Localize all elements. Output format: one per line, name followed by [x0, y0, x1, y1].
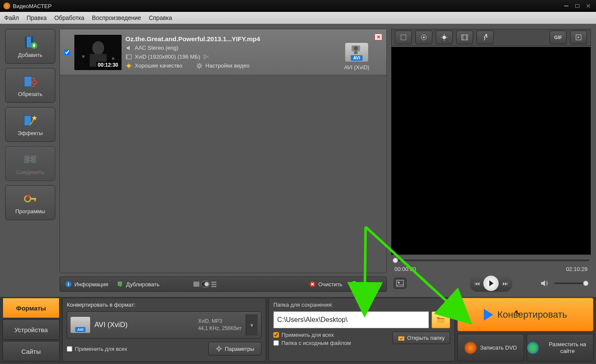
chevron-down-icon[interactable]: ▾ [246, 314, 258, 336]
x-circle-icon [309, 281, 316, 288]
tab-devices[interactable]: Устройства [3, 319, 60, 340]
sidebar-effects-button[interactable]: Эффекты [5, 107, 55, 142]
clear-button[interactable]: Очистить [309, 281, 343, 288]
crop-button[interactable] [395, 31, 412, 44]
link-icon [23, 152, 38, 167]
format-panel: Конвертировать в формат: AVI AVI (XviD) … [62, 298, 266, 361]
gear-icon [216, 345, 222, 352]
close-button[interactable]: ✕ [584, 3, 593, 9]
brightness-button[interactable] [436, 31, 453, 44]
fullscreen-button[interactable] [570, 31, 587, 44]
svg-text:i: i [68, 282, 69, 287]
remove-file-button[interactable]: ✕ [375, 34, 382, 40]
menu-playback[interactable]: Воспроизведение [92, 14, 141, 21]
view-toggle[interactable] [193, 280, 216, 288]
enhance-button[interactable] [415, 31, 432, 44]
burn-dvd-button[interactable]: Записать DVD [457, 334, 524, 361]
svg-line-44 [197, 67, 198, 68]
video-icon [125, 54, 132, 60]
file-name: Oz.the.Great.and.Powerful.2013.1...YIFY.… [125, 35, 327, 42]
svg-rect-65 [401, 35, 406, 40]
gif-button[interactable]: GIF [550, 31, 567, 44]
video-preview[interactable] [391, 47, 591, 255]
fullscreen-icon [574, 33, 583, 42]
format-header: Конвертировать в формат: [67, 302, 261, 308]
sun-icon [125, 62, 132, 69]
play-icon [484, 309, 493, 321]
seek-bar[interactable] [391, 257, 591, 263]
key-icon [23, 191, 38, 206]
output-format-icon[interactable]: AVI [345, 43, 368, 62]
format-name: AVI (XviD) [94, 321, 194, 329]
tab-sites[interactable]: Сайты [3, 341, 60, 361]
format-tabs: Форматы Устройства Сайты [3, 298, 60, 361]
filmstrip-button[interactable] [456, 31, 473, 44]
parameters-button[interactable]: Параметры [208, 342, 261, 356]
svg-point-28 [204, 55, 205, 56]
browse-folder-button[interactable] [431, 311, 450, 328]
tab-formats[interactable]: Форматы [3, 298, 60, 318]
info-icon: i [65, 281, 72, 288]
format-badge-icon: AVI [71, 317, 90, 333]
menubar: Файл Правка Обработка Воспроизведение Сп… [0, 12, 596, 24]
svg-rect-58 [211, 284, 216, 285]
seek-knob[interactable] [393, 258, 398, 263]
volume-slider[interactable] [554, 282, 588, 284]
play-button[interactable] [483, 276, 499, 291]
file-row[interactable]: 00:12:30 Oz.the.Great.and.Powerful.2013.… [60, 29, 386, 75]
svg-rect-73 [462, 35, 468, 40]
svg-point-80 [398, 282, 400, 283]
volume-knob[interactable] [583, 281, 588, 286]
svg-rect-48 [354, 51, 358, 54]
svg-point-22 [92, 41, 104, 55]
film-icon [460, 33, 469, 42]
settings-link[interactable]: Настройки видео [205, 62, 250, 69]
file-thumbnail[interactable]: 00:12:30 [74, 35, 121, 70]
save-header: Папка для сохранения: [273, 302, 450, 308]
menu-process[interactable]: Обработка [54, 14, 85, 21]
maximize-button[interactable] [573, 3, 582, 9]
svg-rect-15 [31, 155, 36, 163]
titlebar: ВидеоМАСТЕР ✕ [0, 0, 596, 12]
same-folder-checkbox[interactable]: Папка с исходным файлом [273, 340, 351, 346]
list-toolbar: iИнформация Дублировать Очистить Удалить [60, 277, 387, 292]
svg-line-9 [34, 80, 37, 82]
next-button[interactable]: ⏭ [499, 277, 511, 290]
prev-button[interactable]: ⏮ [471, 277, 483, 290]
svg-rect-5 [33, 44, 35, 47]
svg-point-68 [443, 36, 446, 39]
time-current: 00:00:00 [394, 266, 416, 272]
target-icon [420, 33, 428, 42]
format-selector[interactable]: AVI AVI (XviD) XviD, MP3 44,1 KHz, 256Кб… [67, 311, 261, 339]
minimize-button[interactable] [562, 3, 570, 9]
menu-edit[interactable]: Правка [26, 14, 46, 21]
menu-help[interactable]: Справка [149, 14, 172, 21]
publish-button[interactable]: Разместить на сайте [527, 334, 593, 361]
sidebar-join-button[interactable]: Соединить [5, 146, 55, 181]
svg-rect-64 [352, 284, 356, 285]
menu-file[interactable]: Файл [4, 14, 19, 21]
duration-label: 00:12:30 [96, 62, 120, 68]
info-button[interactable]: iИнформация [65, 281, 108, 288]
delete-button[interactable]: Удалить [351, 281, 381, 288]
sidebar-trim-button[interactable]: Обрезать [5, 68, 55, 103]
gear-icon[interactable] [196, 62, 203, 69]
svg-rect-27 [126, 55, 128, 59]
globe-icon [527, 342, 539, 354]
duplicate-button[interactable]: Дублировать [117, 281, 159, 288]
convert-button[interactable]: Конвертировать [457, 298, 593, 331]
apply-all-save-checkbox[interactable]: Применить для всех [273, 332, 351, 338]
save-path-input[interactable]: C:\Users\Alex\Desktop\ [273, 311, 429, 328]
volume-button[interactable] [538, 278, 551, 289]
sidebar-add-button[interactable]: Добавить [5, 29, 55, 64]
svg-point-24 [82, 55, 85, 58]
sidebar-programs-button[interactable]: Программы [5, 185, 55, 220]
svg-point-47 [354, 46, 358, 51]
snapshot-button[interactable] [394, 278, 406, 289]
apply-all-format-checkbox[interactable]: Применить для всех [67, 346, 127, 352]
speed-button[interactable] [477, 31, 494, 44]
file-checkbox[interactable] [64, 49, 70, 55]
video-toolbar: GIF [391, 29, 591, 46]
open-folder-button[interactable]: Открыть папку [392, 332, 450, 344]
cut-icon[interactable] [203, 54, 210, 60]
